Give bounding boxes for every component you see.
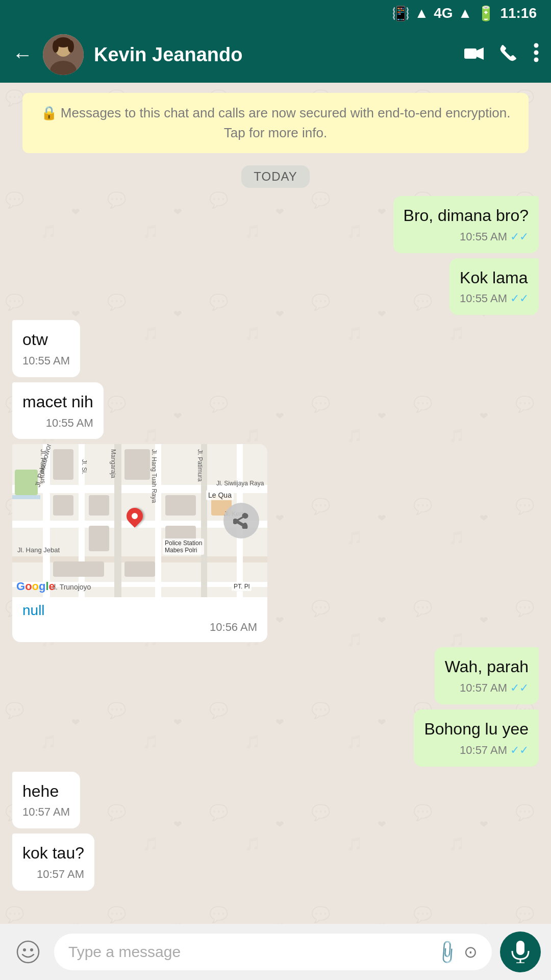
vibrate-icon: 📳 (392, 5, 410, 22)
message-text: hehe (22, 782, 59, 800)
contact-avatar[interactable] (43, 34, 84, 75)
message-row: Wah, parah 10:57 AM ✓✓ (12, 647, 539, 704)
message-bubble: otw 10:55 AM (12, 320, 80, 377)
status-icons: 📳 ▲ 4G ▲ 🔋 11:16 (392, 5, 537, 22)
camera-icon: ⊙ (464, 942, 478, 962)
svg-point-12 (17, 941, 39, 963)
svg-point-14 (30, 948, 33, 951)
attach-icon: 📎 (433, 938, 461, 966)
input-bar: Type a message 📎 ⊙ (0, 924, 551, 980)
message-time: 10:57 AM (37, 867, 84, 883)
messages-container: Bro, dimana bro? 10:55 AM ✓✓ Kok lama 10… (12, 196, 539, 893)
svg-point-6 (68, 40, 74, 53)
chat-header: ← Kevin Jeanando (0, 27, 551, 83)
read-receipts: ✓✓ (510, 743, 529, 758)
svg-point-10 (534, 50, 539, 55)
message-bubble: macet nih 10:55 AM (12, 382, 104, 439)
location-message-row: Jl. Pakubowono VI Jl. Hang Jebat Jl. Pat… (12, 444, 539, 642)
message-text: Bro, dimana bro? (404, 206, 529, 225)
svg-rect-7 (464, 48, 477, 59)
message-time: 10:55 AM (460, 291, 507, 307)
message-text: Bohong lu yee (424, 720, 529, 738)
location-null-text: null (12, 597, 267, 619)
message-bubble: kok tau? 10:57 AM (12, 834, 94, 891)
header-actions (464, 43, 539, 67)
date-divider: TODAY (12, 165, 539, 188)
encryption-notice[interactable]: 🔒 Messages to this chat and calls are no… (22, 93, 529, 153)
message-row: otw 10:55 AM (12, 320, 539, 377)
message-time: 10:55 AM (22, 353, 70, 369)
svg-point-5 (53, 40, 59, 53)
message-bubble: hehe 10:57 AM (12, 772, 80, 829)
message-row: Kok lama 10:55 AM ✓✓ (12, 258, 539, 315)
svg-rect-15 (516, 941, 524, 955)
voice-call-button[interactable] (500, 44, 517, 66)
message-time: 10:55 AM (46, 415, 93, 431)
message-placeholder: Type a message (68, 943, 181, 961)
svg-point-11 (534, 57, 539, 62)
battery-icon: 🔋 (477, 5, 495, 22)
message-text: Wah, parah (445, 657, 529, 676)
message-text: kok tau? (22, 844, 84, 862)
svg-marker-8 (477, 47, 484, 60)
encryption-text: Messages to this chat and calls are now … (61, 105, 511, 140)
read-receipts: ✓✓ (510, 680, 529, 696)
share-location-button[interactable] (223, 503, 259, 538)
message-row: kok tau? 10:57 AM (12, 834, 539, 891)
lock-icon: 🔒 (41, 105, 57, 120)
message-time: 10:57 AM (22, 804, 70, 820)
status-bar: 📳 ▲ 4G ▲ 🔋 11:16 (0, 0, 551, 27)
message-text: macet nih (22, 393, 93, 411)
message-row: hehe 10:57 AM (12, 772, 539, 829)
message-time: 10:55 AM (460, 229, 507, 245)
message-bubble: Kok lama 10:55 AM ✓✓ (449, 258, 539, 315)
location-time: 10:56 AM (12, 619, 267, 642)
more-options-button[interactable] (534, 43, 539, 67)
message-bubble: Bohong lu yee 10:57 AM ✓✓ (414, 709, 539, 767)
contact-info[interactable]: Kevin Jeanando (94, 44, 454, 66)
microphone-button[interactable] (500, 932, 541, 972)
contact-name: Kevin Jeanando (94, 44, 454, 66)
message-time: 10:57 AM (460, 680, 507, 696)
message-bubble: Wah, parah 10:57 AM ✓✓ (435, 647, 539, 704)
location-bubble[interactable]: Jl. Pakubowono VI Jl. Hang Jebat Jl. Pat… (12, 444, 267, 642)
message-text: otw (22, 330, 48, 349)
message-row: Bohong lu yee 10:57 AM ✓✓ (12, 709, 539, 767)
message-bubble: Bro, dimana bro? 10:55 AM ✓✓ (393, 196, 539, 253)
message-time: 10:57 AM (460, 743, 507, 758)
message-text: Kok lama (460, 268, 528, 287)
network-type: 4G (434, 5, 453, 21)
signal-icon-2: ▲ (458, 5, 472, 21)
svg-point-9 (534, 43, 539, 47)
back-button[interactable]: ← (12, 43, 33, 66)
emoji-button[interactable] (10, 934, 46, 970)
time-display: 11:16 (500, 5, 537, 21)
read-receipts: ✓✓ (510, 229, 529, 245)
date-label: TODAY (241, 165, 309, 188)
message-row: Bro, dimana bro? 10:55 AM ✓✓ (12, 196, 539, 253)
message-input[interactable]: Type a message 📎 ⊙ (54, 934, 492, 970)
message-row: macet nih 10:55 AM (12, 382, 539, 439)
svg-point-13 (23, 948, 26, 951)
chat-area: 🔒 Messages to this chat and calls are no… (0, 83, 551, 924)
read-receipts: ✓✓ (510, 291, 529, 307)
signal-icon: ▲ (415, 5, 429, 21)
video-call-button[interactable] (464, 44, 484, 65)
